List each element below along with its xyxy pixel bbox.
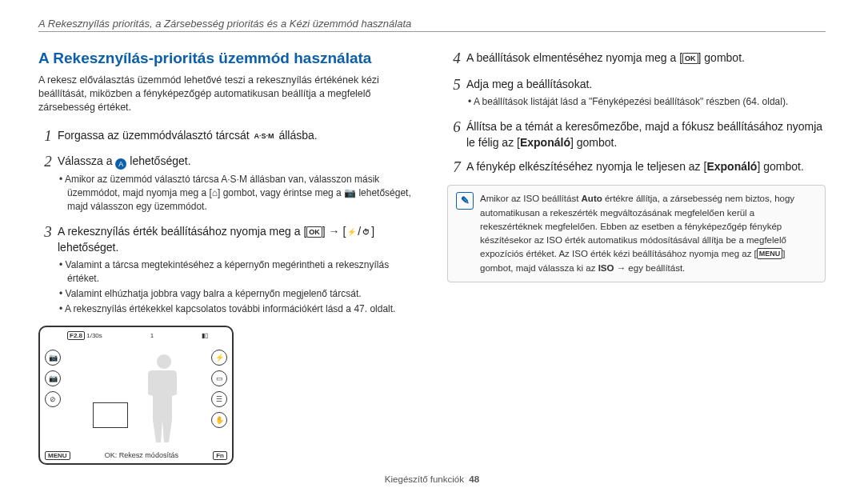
page: A Rekesznyílás prioritás, a Zársebesség …	[0, 0, 864, 492]
section-title: A Rekesznyílás-prioritás üzemmód használ…	[38, 50, 417, 67]
camera-screen-mockup: F2.8 1/30s 1 ▮▯ 📷 📷 ⊘ ⚡ ▭ ☰ ✋	[38, 326, 234, 465]
right-column: 4 A beállítások elmentéséhez nyomja meg …	[447, 50, 826, 465]
step-sublist: A beállítások listáját lásd a "Fényképez…	[466, 95, 788, 109]
fn-button-label: Fn	[213, 451, 227, 460]
sub-item: Valamint elhúzhatja jobbra vagy balra a …	[58, 287, 417, 301]
note-box: ✎ Amikor az ISO beállítást Auto értékre …	[447, 185, 826, 282]
sub-item: Amikor az üzemmód választó tárcsa A·S·M …	[58, 173, 417, 213]
step-number: 5	[447, 76, 466, 110]
mode-a-icon: A	[115, 158, 126, 170]
step-number: 3	[38, 223, 58, 318]
step-number: 1	[38, 127, 58, 146]
step-number: 4	[447, 50, 466, 68]
sub-item: A rekesznyílás értékekkel kapcsolatos to…	[58, 302, 417, 316]
step-body: Forgassa az üzemmódválasztó tárcsát A·S·…	[58, 127, 318, 146]
ok-glyph: OK	[306, 226, 322, 238]
asm-glyph: A·S·M	[253, 131, 276, 141]
right-icon: ▭	[211, 370, 227, 386]
battery-icon: ▮▯	[202, 332, 208, 339]
header-rule	[38, 31, 826, 32]
focus-frame	[93, 402, 128, 428]
ok-glyph: OK	[682, 53, 698, 64]
steps-left: 1 Forgassa az üzemmódválasztó tárcsát A·…	[38, 127, 417, 318]
sub-item: Valamint a tárcsa megtekintéséhez a képe…	[58, 258, 417, 286]
step-body: A rekesznyílás érték beállításához nyomj…	[58, 223, 417, 318]
step-body: A beállítások elmentéséhez nyomja meg a …	[466, 50, 745, 68]
step-body: Válassza a A lehetőséget. Amikor az üzem…	[58, 153, 417, 214]
step-number: 2	[38, 153, 58, 214]
step-body: A fénykép elkészítéséhez nyomja le telje…	[466, 158, 804, 177]
intro-paragraph: A rekesz előválasztás üzemmód lehetővé t…	[38, 74, 417, 114]
step-number: 7	[447, 158, 466, 177]
left-icon: ⊘	[45, 391, 61, 407]
sub-item: A beállítások listáját lásd a "Fényképez…	[466, 95, 788, 109]
note-text: Amikor az ISO beállítást Auto értékre ál…	[480, 192, 817, 275]
right-icon: ✋	[211, 412, 227, 428]
running-header: A Rekesznyílás prioritás, a Zársebesség …	[38, 18, 826, 30]
step-number: 6	[447, 118, 466, 151]
step-body: Adja meg a beállításokat. A beállítások …	[466, 76, 788, 110]
shot-count: 1	[150, 332, 154, 339]
shutter-value: 1/30s	[86, 332, 102, 339]
flash-icon: ⚡	[346, 227, 358, 237]
timer-icon: ⏱	[361, 227, 371, 237]
page-footer: Kiegészítő funkciók 48	[38, 474, 826, 484]
bottom-hint: OK: Rekesz módosítás	[77, 451, 207, 459]
step-body: Állítsa be a témát a keresőmezőbe, majd …	[466, 118, 826, 151]
person-silhouette	[144, 354, 184, 442]
left-icon: 📷	[45, 350, 61, 366]
right-icon: ☰	[211, 391, 227, 407]
right-icon: ⚡	[211, 350, 227, 366]
menu-button-label: MENU	[45, 451, 70, 460]
left-column: A Rekesznyílás-prioritás üzemmód használ…	[38, 50, 417, 465]
steps-right: 4 A beállítások elmentéséhez nyomja meg …	[447, 50, 826, 177]
left-icon: 📷	[45, 370, 61, 386]
step-sublist: Valamint a tárcsa megtekintéséhez a képe…	[58, 258, 417, 315]
aperture-value: F2.8	[67, 331, 85, 340]
note-icon: ✎	[456, 192, 474, 210]
step-sublist: Amikor az üzemmód választó tárcsa A·S·M …	[58, 173, 417, 213]
